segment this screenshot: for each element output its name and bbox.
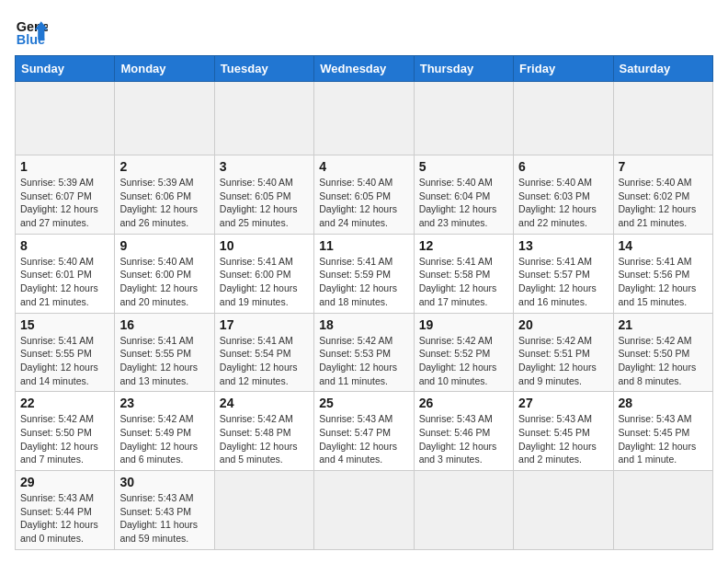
day-number: 5 — [419, 159, 508, 174]
day-info: Sunrise: 5:39 AMSunset: 6:07 PMDaylight:… — [20, 177, 98, 228]
calendar-cell: 3Sunrise: 5:40 AMSunset: 6:05 PMDaylight… — [214, 155, 313, 235]
calendar-cell: 12Sunrise: 5:41 AMSunset: 5:58 PMDayligh… — [414, 234, 513, 313]
day-info: Sunrise: 5:42 AMSunset: 5:49 PMDaylight:… — [119, 413, 198, 465]
day-info: Sunrise: 5:43 AMSunset: 5:47 PMDaylight:… — [319, 413, 397, 465]
day-number: 26 — [419, 396, 508, 410]
day-of-week-header: Wednesday — [314, 56, 414, 82]
day-info: Sunrise: 5:41 AMSunset: 5:55 PMDaylight:… — [20, 335, 98, 386]
day-number: 2 — [119, 159, 209, 174]
day-number: 6 — [518, 159, 608, 174]
day-number: 7 — [619, 159, 708, 174]
calendar-cell: 10Sunrise: 5:41 AMSunset: 6:00 PMDayligh… — [214, 234, 313, 313]
calendar-cell — [613, 82, 712, 155]
calendar-cell — [514, 471, 613, 550]
day-info: Sunrise: 5:41 AMSunset: 5:58 PMDaylight:… — [419, 256, 497, 307]
calendar-cell — [414, 471, 513, 550]
calendar-cell: 6Sunrise: 5:40 AMSunset: 6:03 PMDaylight… — [514, 155, 613, 235]
day-number: 3 — [220, 159, 309, 174]
day-number: 11 — [319, 238, 408, 253]
day-info: Sunrise: 5:41 AMSunset: 5:55 PMDaylight:… — [119, 335, 198, 386]
day-number: 15 — [20, 317, 109, 332]
day-number: 9 — [119, 238, 209, 253]
calendar-cell: 17Sunrise: 5:41 AMSunset: 5:54 PMDayligh… — [214, 313, 313, 392]
day-info: Sunrise: 5:43 AMSunset: 5:46 PMDaylight:… — [419, 413, 497, 465]
calendar-cell: 1Sunrise: 5:39 AMSunset: 6:07 PMDaylight… — [16, 155, 115, 235]
calendar-cell: 23Sunrise: 5:42 AMSunset: 5:49 PMDayligh… — [115, 392, 214, 471]
calendar-cell: 11Sunrise: 5:41 AMSunset: 5:59 PMDayligh… — [314, 234, 414, 313]
day-info: Sunrise: 5:40 AMSunset: 6:05 PMDaylight:… — [220, 177, 298, 228]
calendar-cell: 26Sunrise: 5:43 AMSunset: 5:46 PMDayligh… — [414, 392, 513, 471]
calendar-cell — [214, 82, 313, 155]
calendar-cell: 7Sunrise: 5:40 AMSunset: 6:02 PMDaylight… — [613, 155, 712, 235]
day-info: Sunrise: 5:39 AMSunset: 6:06 PMDaylight:… — [119, 177, 198, 228]
calendar-cell: 30Sunrise: 5:43 AMSunset: 5:43 PMDayligh… — [115, 471, 214, 550]
day-info: Sunrise: 5:40 AMSunset: 6:04 PMDaylight:… — [419, 177, 497, 228]
day-number: 22 — [20, 396, 109, 410]
calendar-cell: 25Sunrise: 5:43 AMSunset: 5:47 PMDayligh… — [314, 392, 414, 471]
day-info: Sunrise: 5:40 AMSunset: 6:01 PMDaylight:… — [20, 256, 98, 307]
day-number: 21 — [619, 317, 708, 332]
calendar-cell — [514, 82, 613, 155]
page-header: General Blue — [15, 15, 713, 48]
day-number: 10 — [220, 238, 309, 253]
day-info: Sunrise: 5:43 AMSunset: 5:45 PMDaylight:… — [619, 413, 697, 465]
calendar-cell: 28Sunrise: 5:43 AMSunset: 5:45 PMDayligh… — [613, 392, 712, 471]
calendar-cell: 16Sunrise: 5:41 AMSunset: 5:55 PMDayligh… — [115, 313, 214, 392]
day-number: 1 — [20, 159, 109, 174]
day-number: 8 — [20, 238, 109, 253]
day-info: Sunrise: 5:40 AMSunset: 6:05 PMDaylight:… — [319, 177, 397, 228]
day-info: Sunrise: 5:41 AMSunset: 6:00 PMDaylight:… — [220, 256, 298, 307]
day-number: 17 — [220, 317, 309, 332]
day-number: 4 — [319, 159, 408, 174]
calendar-cell: 21Sunrise: 5:42 AMSunset: 5:50 PMDayligh… — [613, 313, 712, 392]
calendar-cell: 24Sunrise: 5:42 AMSunset: 5:48 PMDayligh… — [214, 392, 313, 471]
calendar-cell — [214, 471, 313, 550]
day-number: 19 — [419, 317, 508, 332]
day-info: Sunrise: 5:43 AMSunset: 5:45 PMDaylight:… — [518, 413, 597, 465]
day-info: Sunrise: 5:42 AMSunset: 5:52 PMDaylight:… — [419, 335, 497, 386]
day-info: Sunrise: 5:42 AMSunset: 5:51 PMDaylight:… — [518, 335, 597, 386]
day-number: 13 — [518, 238, 608, 253]
calendar-cell: 29Sunrise: 5:43 AMSunset: 5:44 PMDayligh… — [16, 471, 115, 550]
calendar-cell: 13Sunrise: 5:41 AMSunset: 5:57 PMDayligh… — [514, 234, 613, 313]
calendar-cell: 19Sunrise: 5:42 AMSunset: 5:52 PMDayligh… — [414, 313, 513, 392]
day-info: Sunrise: 5:40 AMSunset: 6:03 PMDaylight:… — [518, 177, 597, 228]
day-info: Sunrise: 5:41 AMSunset: 5:57 PMDaylight:… — [518, 256, 597, 307]
day-number: 28 — [619, 396, 708, 410]
day-number: 20 — [518, 317, 608, 332]
calendar-cell — [314, 82, 414, 155]
day-of-week-header: Sunday — [16, 56, 115, 82]
day-number: 29 — [20, 475, 109, 489]
calendar-cell: 18Sunrise: 5:42 AMSunset: 5:53 PMDayligh… — [314, 313, 414, 392]
calendar-cell — [16, 82, 115, 155]
day-number: 23 — [119, 396, 209, 410]
logo: General Blue — [15, 15, 53, 48]
calendar-cell — [314, 471, 414, 550]
day-of-week-header: Thursday — [414, 56, 513, 82]
calendar-cell: 8Sunrise: 5:40 AMSunset: 6:01 PMDaylight… — [16, 234, 115, 313]
calendar-cell: 20Sunrise: 5:42 AMSunset: 5:51 PMDayligh… — [514, 313, 613, 392]
calendar-cell — [115, 82, 214, 155]
day-info: Sunrise: 5:41 AMSunset: 5:59 PMDaylight:… — [319, 256, 397, 307]
day-info: Sunrise: 5:40 AMSunset: 6:00 PMDaylight:… — [119, 256, 198, 307]
day-number: 16 — [119, 317, 209, 332]
day-number: 27 — [518, 396, 608, 410]
calendar-cell — [414, 82, 513, 155]
day-info: Sunrise: 5:41 AMSunset: 5:54 PMDaylight:… — [220, 335, 298, 386]
day-info: Sunrise: 5:42 AMSunset: 5:53 PMDaylight:… — [319, 335, 397, 386]
day-of-week-header: Monday — [115, 56, 214, 82]
day-info: Sunrise: 5:42 AMSunset: 5:48 PMDaylight:… — [220, 413, 298, 465]
day-info: Sunrise: 5:42 AMSunset: 5:50 PMDaylight:… — [20, 413, 98, 465]
day-info: Sunrise: 5:43 AMSunset: 5:43 PMDaylight:… — [119, 492, 198, 544]
day-number: 12 — [419, 238, 508, 253]
day-number: 30 — [119, 475, 209, 489]
day-of-week-header: Tuesday — [214, 56, 313, 82]
day-number: 18 — [319, 317, 408, 332]
calendar-cell: 14Sunrise: 5:41 AMSunset: 5:56 PMDayligh… — [613, 234, 712, 313]
day-number: 14 — [619, 238, 708, 253]
calendar-cell: 9Sunrise: 5:40 AMSunset: 6:00 PMDaylight… — [115, 234, 214, 313]
day-of-week-header: Saturday — [613, 56, 712, 82]
calendar-cell: 27Sunrise: 5:43 AMSunset: 5:45 PMDayligh… — [514, 392, 613, 471]
day-info: Sunrise: 5:43 AMSunset: 5:44 PMDaylight:… — [20, 492, 98, 544]
day-info: Sunrise: 5:42 AMSunset: 5:50 PMDaylight:… — [619, 335, 697, 386]
